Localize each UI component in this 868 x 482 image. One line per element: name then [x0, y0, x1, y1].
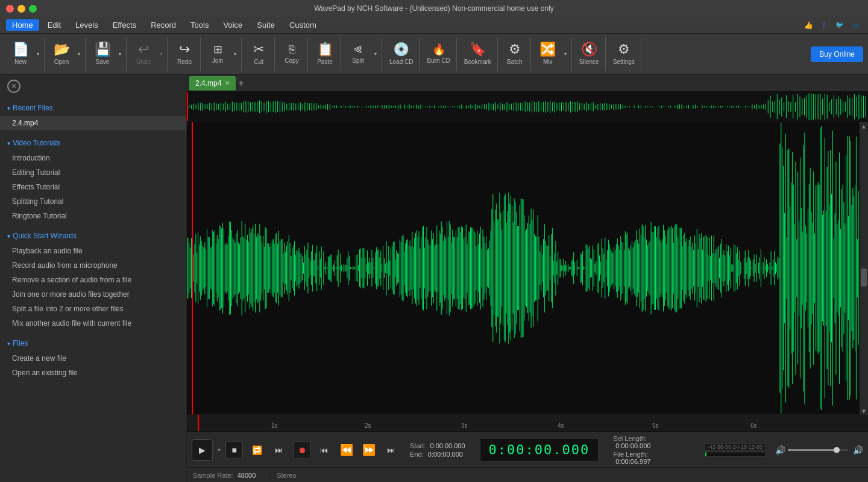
- copy-button[interactable]: ⎘ Copy: [278, 39, 305, 70]
- social-linkedin-icon[interactable]: in: [849, 19, 862, 32]
- stop-button[interactable]: ■: [225, 441, 243, 459]
- scroll-up-arrow[interactable]: ▲: [861, 123, 867, 130]
- waveform-container: ▲ ▼ 1s 2s 3s 4s 5s 6s: [187, 92, 868, 431]
- new-button[interactable]: 📄 New: [7, 39, 34, 70]
- quickstart-item-remove[interactable]: Remove a section of audio from a file: [0, 273, 186, 287]
- waveform-main-inner: [187, 122, 860, 414]
- redo-button[interactable]: ↪ Redo: [171, 39, 198, 70]
- save-arrow[interactable]: ▾: [116, 39, 124, 70]
- files-item-create[interactable]: Create a new file: [0, 351, 186, 366]
- menu-record[interactable]: Record: [145, 19, 182, 31]
- quickstart-item-join[interactable]: Join one or more audio files together: [0, 287, 186, 302]
- rewind-button[interactable]: ⏪: [338, 441, 355, 459]
- settings-button[interactable]: ⚙ Settings: [609, 39, 638, 70]
- playback-controls: ▶ ▾ ■ 🔁 ⏭ ⏺ ⏮ ⏪ ⏩ ⏭ Start: 0:00:00.000 E…: [187, 431, 868, 468]
- quickstart-item-playback[interactable]: Playback an audio file: [0, 244, 186, 258]
- end-label: End: 0:00:00.000: [410, 451, 465, 458]
- join-button[interactable]: ⊞ Join: [204, 39, 231, 70]
- timeline-mark-3s: 3s: [461, 422, 468, 429]
- quick-start-header[interactable]: Quick Start Wizards: [0, 228, 186, 244]
- volume-thumb[interactable]: [834, 447, 840, 453]
- record-button[interactable]: ⏺: [293, 441, 310, 459]
- timeline-playhead: [198, 415, 199, 431]
- tutorial-item-introduction[interactable]: Introduction: [0, 151, 186, 165]
- files-item-open[interactable]: Open an existing file: [0, 366, 186, 380]
- tutorial-item-effects[interactable]: Effects Tutorial: [0, 180, 186, 194]
- timeline-inner: 1s 2s 3s 4s 5s 6s: [193, 415, 862, 431]
- vertical-scrollbar[interactable]: ▲ ▼: [860, 122, 868, 414]
- mix-arrow[interactable]: ▾: [562, 39, 569, 70]
- buy-online-button[interactable]: Buy Online: [811, 46, 863, 62]
- bookmark-button[interactable]: 🔖 Bookmark: [461, 39, 495, 70]
- sidebar-close-button[interactable]: ✕: [7, 80, 20, 93]
- social-thumbs-icon[interactable]: 👍: [802, 19, 815, 32]
- menu-home[interactable]: Home: [6, 19, 39, 31]
- settings-icon: ⚙: [618, 43, 630, 56]
- split-icon: ⫷: [353, 44, 363, 55]
- tutorial-item-ringtone[interactable]: Ringtone Tutorial: [0, 209, 186, 223]
- fast-forward-button[interactable]: ⏩: [360, 441, 378, 459]
- undo-button[interactable]: ↩ Undo: [130, 39, 157, 70]
- quickstart-item-record[interactable]: Record audio from a microphone: [0, 258, 186, 273]
- loop-button[interactable]: 🔁: [248, 441, 265, 459]
- menu-voice[interactable]: Voice: [217, 19, 248, 31]
- tutorial-item-editing[interactable]: Editing Tutorial: [0, 165, 186, 180]
- burncd-button[interactable]: 🔥 Burn CD: [423, 39, 453, 70]
- quickstart-item-split[interactable]: Split a file into 2 or more other files: [0, 302, 186, 316]
- copy-label: Copy: [285, 57, 298, 64]
- toolbar-group-join: ⊞ Join ▾: [202, 37, 242, 71]
- minimize-window-button[interactable]: [17, 5, 25, 13]
- menu-suite[interactable]: Suite: [251, 19, 281, 31]
- toolbar-group-redo: ↪ Redo: [169, 37, 201, 71]
- mix-button[interactable]: 🔀 Mix: [535, 39, 561, 70]
- cut-button[interactable]: ✂ Cut: [245, 39, 272, 70]
- social-icons: 👍 f 🐦 in: [802, 19, 862, 32]
- join-arrow[interactable]: ▾: [231, 39, 239, 70]
- play-button[interactable]: ▶: [192, 439, 213, 461]
- new-arrow[interactable]: ▾: [34, 39, 42, 70]
- maximize-window-button[interactable]: [29, 5, 37, 13]
- tab-close-button[interactable]: ✕: [225, 80, 230, 86]
- waveform-overview[interactable]: [187, 92, 868, 122]
- batch-button[interactable]: ⚙ Batch: [502, 39, 528, 70]
- files-header[interactable]: Files: [0, 335, 186, 351]
- video-tutorials-header[interactable]: Video Tutorials: [0, 135, 186, 151]
- speaker-max-icon[interactable]: 🔊: [853, 445, 863, 455]
- social-facebook-icon[interactable]: f: [817, 19, 831, 32]
- menu-levels[interactable]: Levels: [69, 19, 104, 31]
- close-window-button[interactable]: [6, 5, 14, 13]
- add-tab-button[interactable]: +: [238, 78, 244, 88]
- paste-button[interactable]: 📋 Paste: [312, 39, 338, 70]
- file-tab-0[interactable]: 2.4.mp4 ✕: [189, 76, 236, 90]
- menu-custom[interactable]: Custom: [283, 19, 322, 31]
- split-button[interactable]: ⫷ Split: [345, 39, 371, 70]
- silence-button[interactable]: 🔇 Silence: [576, 39, 603, 70]
- menu-effects[interactable]: Effects: [107, 19, 143, 31]
- recent-files-header[interactable]: Recent Files: [0, 100, 186, 116]
- loadcd-button[interactable]: 💿 Load CD: [386, 39, 417, 70]
- skip-end-button[interactable]: ⏭: [271, 441, 288, 459]
- menu-tools[interactable]: Tools: [184, 19, 215, 31]
- scroll-thumb[interactable]: [861, 268, 867, 287]
- save-button[interactable]: 💾 Save: [89, 39, 116, 70]
- mix-label: Mix: [543, 59, 553, 65]
- next-button[interactable]: ⏭: [383, 441, 400, 459]
- batch-icon: ⚙: [509, 43, 521, 56]
- social-twitter-icon[interactable]: 🐦: [833, 19, 846, 32]
- recent-file-item-0[interactable]: 2.4.mp4: [0, 116, 186, 130]
- play-dropdown[interactable]: ▾: [218, 446, 221, 453]
- split-arrow[interactable]: ▾: [372, 39, 379, 70]
- open-arrow[interactable]: ▾: [75, 39, 83, 70]
- open-button[interactable]: 📂 Open: [48, 39, 75, 70]
- volume-icon[interactable]: 🔊: [775, 445, 785, 455]
- tutorial-item-splitting[interactable]: Splitting Tutorial: [0, 194, 186, 209]
- undo-label: Undo: [136, 59, 151, 65]
- toolbar: 📄 New ▾ 📂 Open ▾ 💾 Save ▾ ↩ Undo ▾ ↪ Red…: [0, 34, 868, 75]
- undo-arrow[interactable]: ▾: [157, 39, 165, 70]
- volume-slider-track[interactable]: [788, 449, 848, 451]
- scroll-down-arrow[interactable]: ▼: [861, 408, 867, 414]
- quickstart-item-mix[interactable]: Mix another audio file with current file: [0, 316, 186, 331]
- menu-edit[interactable]: Edit: [42, 19, 67, 31]
- prev-button[interactable]: ⏮: [315, 441, 333, 459]
- waveform-main[interactable]: ▲ ▼: [187, 122, 868, 414]
